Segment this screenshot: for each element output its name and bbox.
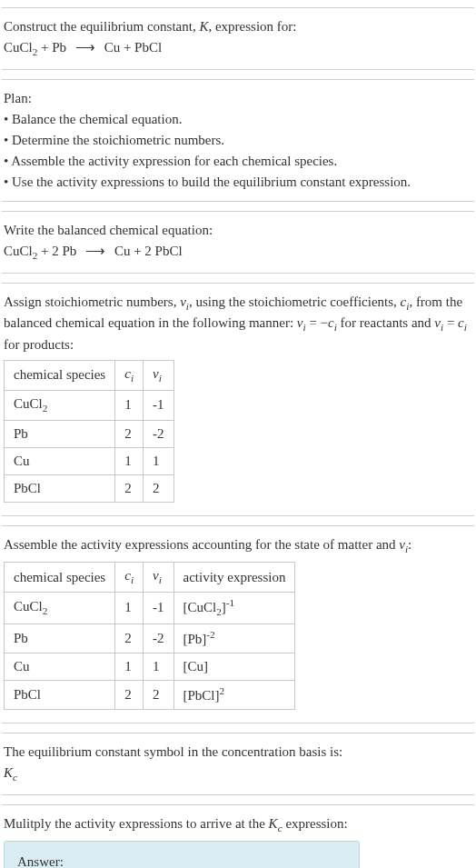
assign-text: Assign stoichiometric numbers, νi, using… [4, 293, 472, 355]
th-ci: ci [115, 563, 144, 593]
plan-bullet-3: • Assemble the activity expression for e… [4, 152, 472, 171]
mult-a: Mulitply the activity expressions to arr… [4, 816, 269, 831]
activity-text: Assemble the activity expressions accoun… [4, 535, 472, 557]
intro-part-a: Construct the equilibrium constant, [4, 19, 199, 34]
cell-species: CuCl2 [5, 593, 115, 624]
cell-v: 1 [144, 447, 174, 474]
cell-species: Cu [5, 447, 115, 474]
table-row: Cu 1 1 [5, 447, 174, 474]
kc-sub: c [13, 772, 17, 783]
sub-i: i [159, 574, 162, 585]
cell-activity: [Cu] [174, 653, 295, 680]
table-row: PbCl 2 2 [5, 474, 174, 502]
assign-d: for reactants and [337, 315, 434, 330]
cell-species: PbCl [5, 474, 115, 502]
sub: 2 [43, 605, 48, 616]
cell-species: PbCl [5, 680, 115, 709]
ae-a: [Cu] [183, 659, 209, 673]
table-row: PbCl 2 2 [PbCl]2 [5, 680, 295, 709]
sub-i: i [464, 322, 467, 333]
plan-section: Plan: • Balance the chemical equation. •… [2, 79, 474, 202]
table-row: Pb 2 -2 [5, 420, 174, 447]
cell-v: -1 [144, 593, 174, 624]
arrow-icon: ⟶ [75, 40, 95, 55]
sub-i: i [159, 373, 162, 384]
cell-v: 1 [144, 653, 174, 680]
eq-lhs1: CuCl [4, 40, 33, 55]
eq-rhs: Cu + PbCl [104, 40, 162, 55]
cell-c: 1 [115, 593, 144, 624]
nu: ν [153, 568, 159, 583]
cell-species: Pb [5, 624, 115, 653]
bal-rhs: Cu + 2 PbCl [114, 244, 183, 258]
activity-section: Assemble the activity expressions accoun… [2, 525, 474, 723]
ci: c [458, 315, 464, 330]
table-header-row: chemical species ci νi [5, 361, 174, 391]
balanced-equation: CuCl2 + 2 Pb ⟶ Cu + 2 PbCl [4, 242, 472, 264]
bal-lhs-b: + 2 Pb [37, 244, 76, 258]
th-vi: νi [144, 361, 174, 391]
table-row: Pb 2 -2 [Pb]-2 [5, 624, 295, 653]
ae-a: [CuCl [183, 600, 217, 614]
cell-activity: [PbCl]2 [174, 680, 295, 709]
assign-a: Assign stoichiometric numbers, [4, 294, 180, 309]
nu: ν [180, 294, 186, 309]
eq-sign: = − [306, 315, 328, 330]
intro-section: Construct the equilibrium constant, K, e… [2, 7, 474, 70]
cell-v: -2 [144, 624, 174, 653]
cell-c: 2 [115, 474, 144, 502]
cell-c: 1 [115, 447, 144, 474]
bal-lhs-a: CuCl [4, 244, 33, 258]
answer-label: Answer: [17, 853, 346, 868]
cell-v: 2 [144, 680, 174, 709]
cell-c: 2 [115, 624, 144, 653]
cell-c: 2 [115, 420, 144, 447]
intro-part-b: , expression for: [208, 19, 296, 34]
ae-sup: -2 [206, 629, 214, 640]
sp: CuCl [14, 599, 43, 614]
act-b: : [408, 537, 412, 552]
table-row: CuCl2 1 -1 [CuCl2]-1 [5, 593, 295, 624]
k: K [269, 816, 278, 831]
symbol-text: The equilibrium constant symbol in the c… [4, 743, 472, 762]
cell-activity: [CuCl2]-1 [174, 593, 295, 624]
intro-equation: CuCl2 + Pb ⟶ Cu + PbCl [4, 38, 472, 60]
answer-box: Answer: Kc = [CuCl2]-1 [Pb]-2 [Cu] [PbCl… [4, 841, 360, 868]
sub-i: i [131, 574, 134, 585]
act-a: Assemble the activity expressions accoun… [4, 537, 399, 552]
plan-bullet-1: • Balance the chemical equation. [4, 110, 472, 129]
ae-a: [Pb] [183, 632, 207, 646]
k-symbol: K [199, 19, 208, 34]
eq-sign2: = [443, 315, 458, 330]
ae-a: [PbCl] [183, 688, 220, 703]
cell-species: CuCl2 [5, 390, 115, 420]
cell-v: -2 [144, 420, 174, 447]
sub: 2 [43, 403, 48, 414]
nu: ν [153, 366, 159, 381]
table-row: Cu 1 1 [Cu] [5, 653, 295, 680]
nu: ν [399, 537, 405, 552]
cell-v: -1 [144, 390, 174, 420]
cell-activity: [Pb]-2 [174, 624, 295, 653]
mult-b: expression: [283, 816, 348, 831]
cell-species: Cu [5, 653, 115, 680]
ci: c [124, 366, 131, 381]
symbol-section: The equilibrium constant symbol in the c… [2, 733, 474, 795]
cell-species: Pb [5, 420, 115, 447]
assign-table: chemical species ci νi CuCl2 1 -1 Pb 2 -… [4, 360, 174, 503]
plan-title: Plan: [4, 89, 472, 108]
th-ci: ci [115, 361, 144, 391]
assign-section: Assign stoichiometric numbers, νi, using… [2, 283, 474, 516]
intro-text: Construct the equilibrium constant, K, e… [4, 17, 472, 36]
cell-c: 2 [115, 680, 144, 709]
table-header-row: chemical species ci νi activity expressi… [5, 563, 295, 593]
sub-i: i [131, 373, 134, 384]
arrow-icon: ⟶ [85, 244, 105, 258]
kc-symbol: Kc [4, 763, 472, 785]
ae-sup: 2 [220, 685, 225, 696]
table-row: CuCl2 1 -1 [5, 390, 174, 420]
cell-c: 1 [115, 390, 144, 420]
ae-sup: -1 [226, 597, 234, 608]
th-species: chemical species [5, 563, 115, 593]
cell-c: 1 [115, 653, 144, 680]
